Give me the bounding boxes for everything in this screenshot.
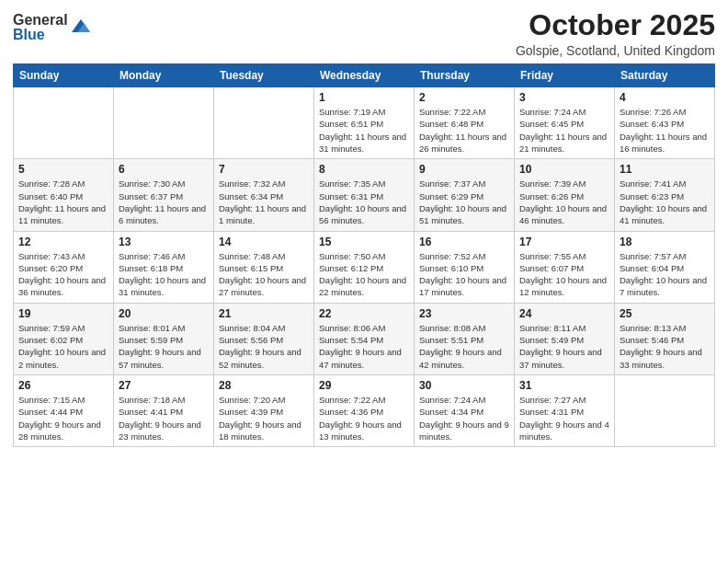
day-number: 18 [620,236,710,248]
calendar-header-sunday: Sunday [14,64,114,87]
day-number: 20 [119,307,209,320]
day-info: Sunrise: 7:18 AM Sunset: 4:41 PM Dayligh… [119,394,209,442]
day-info: Sunrise: 8:13 AM Sunset: 5:46 PM Dayligh… [620,322,710,371]
day-info: Sunrise: 7:24 AM Sunset: 6:45 PM Dayligh… [519,106,609,155]
calendar-cell: 28Sunrise: 7:20 AM Sunset: 4:39 PM Dayli… [214,374,314,446]
calendar: SundayMondayTuesdayWednesdayThursdayFrid… [13,63,715,447]
month-title: October 2025 [516,9,715,41]
day-number: 13 [119,236,209,248]
day-number: 7 [219,163,309,176]
calendar-cell: 4Sunrise: 7:26 AM Sunset: 6:43 PM Daylig… [615,87,715,159]
day-info: Sunrise: 7:39 AM Sunset: 6:26 PM Dayligh… [519,178,609,226]
day-number: 24 [519,307,609,320]
page: General Blue October 2025 Golspie, Scotl… [0,0,728,563]
logo-general: General [13,13,68,28]
day-info: Sunrise: 8:08 AM Sunset: 5:51 PM Dayligh… [419,322,509,371]
calendar-cell: 5Sunrise: 7:28 AM Sunset: 6:40 PM Daylig… [14,159,114,231]
day-number: 1 [319,91,409,104]
day-info: Sunrise: 7:22 AM Sunset: 6:48 PM Dayligh… [419,106,509,155]
logo-blue: Blue [13,28,68,42]
calendar-cell: 26Sunrise: 7:15 AM Sunset: 4:44 PM Dayli… [14,374,114,446]
calendar-cell: 17Sunrise: 7:55 AM Sunset: 6:07 PM Dayli… [515,231,615,303]
day-number: 2 [419,91,509,104]
day-info: Sunrise: 7:30 AM Sunset: 6:37 PM Dayligh… [119,178,209,226]
calendar-week-row: 26Sunrise: 7:15 AM Sunset: 4:44 PM Dayli… [14,374,715,446]
calendar-cell: 23Sunrise: 8:08 AM Sunset: 5:51 PM Dayli… [415,303,515,374]
header: General Blue October 2025 Golspie, Scotl… [13,9,715,58]
day-info: Sunrise: 7:48 AM Sunset: 6:15 PM Dayligh… [219,250,309,299]
day-number: 9 [419,163,509,176]
calendar-cell: 14Sunrise: 7:48 AM Sunset: 6:15 PM Dayli… [214,231,314,303]
calendar-cell: 10Sunrise: 7:39 AM Sunset: 6:26 PM Dayli… [515,159,615,231]
calendar-cell: 18Sunrise: 7:57 AM Sunset: 6:04 PM Dayli… [615,231,715,303]
day-number: 17 [519,236,609,248]
calendar-header-wednesday: Wednesday [314,64,415,87]
calendar-cell: 15Sunrise: 7:50 AM Sunset: 6:12 PM Dayli… [314,231,415,303]
day-number: 28 [219,379,309,392]
day-info: Sunrise: 7:50 AM Sunset: 6:12 PM Dayligh… [319,250,409,299]
day-info: Sunrise: 8:04 AM Sunset: 5:56 PM Dayligh… [219,322,309,371]
day-number: 5 [18,163,108,176]
day-number: 21 [219,307,309,320]
day-number: 11 [620,163,710,176]
day-number: 19 [18,307,108,320]
day-number: 8 [319,163,409,176]
calendar-cell: 25Sunrise: 8:13 AM Sunset: 5:46 PM Dayli… [615,303,715,374]
day-info: Sunrise: 7:41 AM Sunset: 6:23 PM Dayligh… [620,178,710,226]
day-number: 10 [519,163,609,176]
calendar-week-row: 19Sunrise: 7:59 AM Sunset: 6:02 PM Dayli… [14,303,715,374]
day-number: 30 [419,379,509,392]
calendar-cell [615,374,715,446]
title-block: October 2025 Golspie, Scotland, United K… [516,9,715,58]
calendar-header-monday: Monday [114,64,214,87]
day-info: Sunrise: 7:55 AM Sunset: 6:07 PM Dayligh… [519,250,609,299]
calendar-cell: 24Sunrise: 8:11 AM Sunset: 5:49 PM Dayli… [515,303,615,374]
calendar-cell: 21Sunrise: 8:04 AM Sunset: 5:56 PM Dayli… [214,303,314,374]
day-info: Sunrise: 7:43 AM Sunset: 6:20 PM Dayligh… [18,250,108,299]
day-info: Sunrise: 8:11 AM Sunset: 5:49 PM Dayligh… [519,322,609,371]
day-info: Sunrise: 7:35 AM Sunset: 6:31 PM Dayligh… [319,178,409,226]
day-info: Sunrise: 7:46 AM Sunset: 6:18 PM Dayligh… [119,250,209,299]
calendar-cell: 30Sunrise: 7:24 AM Sunset: 4:34 PM Dayli… [415,374,515,446]
location: Golspie, Scotland, United Kingdom [516,43,715,58]
calendar-cell [114,87,214,159]
day-info: Sunrise: 7:32 AM Sunset: 6:34 PM Dayligh… [219,178,309,226]
calendar-cell: 16Sunrise: 7:52 AM Sunset: 6:10 PM Dayli… [415,231,515,303]
day-info: Sunrise: 7:24 AM Sunset: 4:34 PM Dayligh… [419,394,509,442]
calendar-header-row: SundayMondayTuesdayWednesdayThursdayFrid… [14,64,715,87]
calendar-cell: 31Sunrise: 7:27 AM Sunset: 4:31 PM Dayli… [515,374,615,446]
calendar-week-row: 5Sunrise: 7:28 AM Sunset: 6:40 PM Daylig… [14,159,715,231]
calendar-cell [214,87,314,159]
day-number: 16 [419,236,509,248]
day-info: Sunrise: 7:27 AM Sunset: 4:31 PM Dayligh… [519,394,609,442]
day-number: 14 [219,236,309,248]
day-number: 12 [18,236,108,248]
day-info: Sunrise: 7:15 AM Sunset: 4:44 PM Dayligh… [18,394,108,442]
day-info: Sunrise: 7:26 AM Sunset: 6:43 PM Dayligh… [620,106,710,155]
day-info: Sunrise: 7:37 AM Sunset: 6:29 PM Dayligh… [419,178,509,226]
calendar-cell: 20Sunrise: 8:01 AM Sunset: 5:59 PM Dayli… [114,303,214,374]
logo-text: General Blue [13,13,68,42]
calendar-cell: 7Sunrise: 7:32 AM Sunset: 6:34 PM Daylig… [214,159,314,231]
calendar-cell: 29Sunrise: 7:22 AM Sunset: 4:36 PM Dayli… [314,374,415,446]
day-number: 6 [119,163,209,176]
calendar-cell: 13Sunrise: 7:46 AM Sunset: 6:18 PM Dayli… [114,231,214,303]
day-number: 23 [419,307,509,320]
calendar-cell: 11Sunrise: 7:41 AM Sunset: 6:23 PM Dayli… [615,159,715,231]
day-info: Sunrise: 7:52 AM Sunset: 6:10 PM Dayligh… [419,250,509,299]
day-info: Sunrise: 7:20 AM Sunset: 4:39 PM Dayligh… [219,394,309,442]
calendar-cell: 8Sunrise: 7:35 AM Sunset: 6:31 PM Daylig… [314,159,415,231]
day-number: 3 [519,91,609,104]
day-number: 29 [319,379,409,392]
calendar-cell: 6Sunrise: 7:30 AM Sunset: 6:37 PM Daylig… [114,159,214,231]
day-info: Sunrise: 8:01 AM Sunset: 5:59 PM Dayligh… [119,322,209,371]
calendar-cell [14,87,114,159]
day-number: 31 [519,379,609,392]
day-info: Sunrise: 7:19 AM Sunset: 6:51 PM Dayligh… [319,106,409,155]
calendar-header-thursday: Thursday [415,64,515,87]
calendar-cell: 12Sunrise: 7:43 AM Sunset: 6:20 PM Dayli… [14,231,114,303]
calendar-cell: 27Sunrise: 7:18 AM Sunset: 4:41 PM Dayli… [114,374,214,446]
day-number: 27 [119,379,209,392]
calendar-cell: 22Sunrise: 8:06 AM Sunset: 5:54 PM Dayli… [314,303,415,374]
day-info: Sunrise: 7:22 AM Sunset: 4:36 PM Dayligh… [319,394,409,442]
